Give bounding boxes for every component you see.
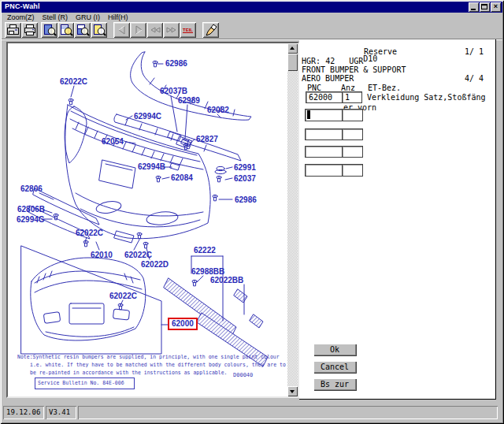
part-label-62082[interactable]: 62082 xyxy=(207,106,229,114)
hgr-ugr-line: HGR: 42 UGRD10 xyxy=(302,57,377,65)
scroll-up-icon xyxy=(290,46,295,50)
scroll-up-button[interactable] xyxy=(287,43,298,54)
scroll-down-button[interactable] xyxy=(287,386,298,396)
magnifier-fit-icon xyxy=(92,24,106,36)
bs-zur-button[interactable]: Bs zur xyxy=(313,378,356,390)
printer-icon xyxy=(23,24,37,36)
anz-input-3[interactable] xyxy=(342,128,363,140)
zoom-fit-button[interactable] xyxy=(91,22,107,38)
part-label-62022C[interactable]: 62022C xyxy=(76,229,103,237)
diagram-note-line-3: be re-painted in accordance with the ins… xyxy=(30,370,227,375)
pnc-input-1[interactable] xyxy=(306,91,343,103)
anz-input-2[interactable] xyxy=(342,109,363,121)
subgroup-page: 4/ 4 xyxy=(465,74,484,83)
part-label-62988BB[interactable]: 62988BB xyxy=(191,267,224,276)
part-label-62222[interactable]: 62222 xyxy=(194,246,216,255)
group-title: FRONT BUMPER & SUPPORT xyxy=(302,65,406,74)
part-label-62010[interactable]: 62010 xyxy=(91,251,113,259)
diagram-panel: 6298662022C62037B629896208262994C6205462… xyxy=(6,42,299,398)
plot-print-button[interactable] xyxy=(5,22,21,38)
next-group-button[interactable] xyxy=(163,22,180,38)
part-label-62022D[interactable]: 62022D xyxy=(141,260,169,269)
highlight-brush-button[interactable] xyxy=(202,22,219,38)
plotter-icon xyxy=(6,24,20,36)
print-button[interactable] xyxy=(21,22,38,38)
et-description-line-1: Verkleidung Satz,Stoßfäng xyxy=(367,93,486,102)
arrow-right-icon xyxy=(132,24,146,36)
minimize-button[interactable] xyxy=(469,2,479,12)
part-label-62022C[interactable]: 62022C xyxy=(124,251,152,259)
prev-group-button[interactable] xyxy=(146,22,163,38)
part-label-62000[interactable]: 62000 xyxy=(168,318,198,330)
part-label-62994G[interactable]: 62994G xyxy=(17,215,45,224)
reserve-page: 1/ 1 xyxy=(465,47,484,56)
diagram-note-line-1: Note:Synthetic resin bumpers are supplie… xyxy=(17,354,280,359)
part-label-62022C[interactable]: 62022C xyxy=(109,292,137,300)
part-label-62986[interactable]: 62986 xyxy=(165,59,187,68)
ugr-value: D10 xyxy=(363,54,377,63)
teil-icon: TEIL xyxy=(183,28,193,32)
service-bulletin-text: Service Bulletin No. 84E-006 xyxy=(38,380,124,385)
zoom-out-button[interactable] xyxy=(74,22,91,38)
part-label-62037[interactable]: 62037 xyxy=(234,174,256,183)
next-page-button[interactable] xyxy=(130,22,146,38)
diagram-scrollbar[interactable] xyxy=(287,43,298,396)
close-button[interactable]: × xyxy=(491,2,501,12)
arrow-left-icon xyxy=(115,24,129,36)
pnc-input-5[interactable] xyxy=(305,164,343,177)
text-cursor xyxy=(307,110,310,119)
diagram-note-line-2: i.e. white. If they have to be matched w… xyxy=(30,362,286,367)
status-date: 19.12.06 xyxy=(3,406,44,419)
minimize-icon xyxy=(471,9,476,10)
zoom-original-button[interactable] xyxy=(41,22,57,38)
detail-panel: Reserve 1/ 1 HGR: 42 UGRD10 FRONT BUMPER… xyxy=(299,39,496,400)
zoom-in-button[interactable] xyxy=(57,22,74,38)
part-label-62037B[interactable]: 62037B xyxy=(160,87,187,95)
cancel-button[interactable]: Cancel xyxy=(313,361,356,373)
scrollbar-thumb[interactable] xyxy=(287,54,298,71)
pnc-input-4[interactable] xyxy=(305,146,343,158)
column-header-et: ET-Bez. xyxy=(368,84,401,92)
menu-bar: Zoom(Z) Stell (R) GRU (I) Hilf(H) xyxy=(2,13,502,21)
menu-item-zoom[interactable]: Zoom(Z) xyxy=(7,13,35,21)
part-label-62989[interactable]: 62989 xyxy=(178,96,200,105)
part-label-62022BB[interactable]: 62022BB xyxy=(210,276,243,285)
part-label-62806[interactable]: 62806 xyxy=(20,184,43,193)
hgr-value: 42 xyxy=(325,57,335,65)
drawing-code: D00040 xyxy=(233,372,253,378)
part-label-62806B[interactable]: 62806B xyxy=(17,205,45,214)
menu-item-hilf[interactable]: Hilf(H) xyxy=(108,13,128,21)
status-message xyxy=(78,406,498,419)
hgr-label: HGR: xyxy=(302,57,321,65)
part-label-62994B[interactable]: 62994B xyxy=(138,162,165,171)
menu-item-gru[interactable]: GRU (I) xyxy=(76,13,100,21)
toolbar: TEIL xyxy=(2,21,502,39)
part-label-62986[interactable]: 62986 xyxy=(235,195,257,204)
anz-input-5[interactable] xyxy=(342,164,363,177)
maximize-icon xyxy=(481,4,487,9)
teil-button[interactable]: TEIL xyxy=(180,22,196,38)
scroll-down-icon xyxy=(290,390,295,393)
part-label-62994C[interactable]: 62994C xyxy=(134,112,161,121)
window-controls: × xyxy=(468,2,501,12)
menu-item-stell[interactable]: Stell (R) xyxy=(43,13,69,21)
prev-page-button[interactable] xyxy=(113,22,130,38)
magnifier-page-icon xyxy=(43,24,57,36)
magnifier-minus-icon xyxy=(76,24,90,36)
part-label-62991[interactable]: 62991 xyxy=(234,163,256,172)
anz-input-4[interactable] xyxy=(342,146,363,158)
maximize-button[interactable] xyxy=(480,2,490,12)
pnc-input-3[interactable] xyxy=(305,128,343,140)
anz-input-1[interactable] xyxy=(342,91,362,103)
part-label-62084[interactable]: 62084 xyxy=(171,173,193,182)
status-version: V3.41 xyxy=(46,406,76,419)
ugr-label: UGR xyxy=(349,57,363,65)
part-label-62054[interactable]: 62054 xyxy=(102,137,124,146)
part-labels-layer: 6298662022C62037B629896208262994C6205462… xyxy=(8,43,287,396)
part-label-62827[interactable]: 62827 xyxy=(196,135,218,143)
ok-button[interactable]: Ok xyxy=(313,344,356,355)
part-label-62022C[interactable]: 62022C xyxy=(60,77,87,86)
subgroup-title: AERO BUMPER xyxy=(302,74,354,83)
pnc-input-2[interactable] xyxy=(305,109,343,121)
brush-icon xyxy=(204,24,218,36)
